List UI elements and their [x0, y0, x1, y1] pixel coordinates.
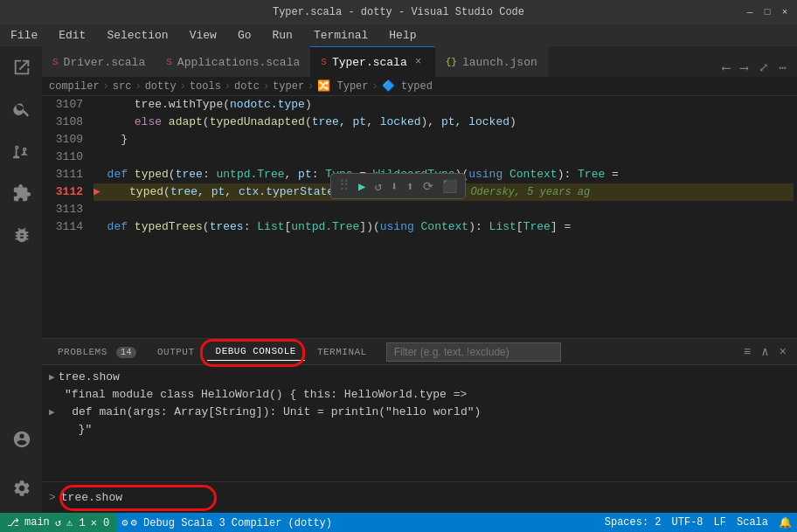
debug-continue-button[interactable]: ▶: [356, 177, 368, 196]
tab-terminal[interactable]: TERMINAL: [308, 343, 376, 361]
debug-drag-handle[interactable]: ⠿: [336, 176, 352, 197]
panel-input-area: >: [42, 481, 797, 513]
menu-view[interactable]: View: [186, 27, 220, 44]
activity-search[interactable]: [3, 92, 38, 127]
expand-icon-1[interactable]: ▶: [49, 369, 55, 386]
activity-account[interactable]: [3, 422, 38, 457]
git-branch-icon: ⎇: [7, 516, 19, 529]
language-label: Scala: [737, 516, 768, 529]
tab-action-more[interactable]: ⋯: [776, 59, 790, 77]
tab-problems[interactable]: PROBLEMS 14: [49, 343, 145, 361]
console-line-4: }": [49, 421, 790, 439]
tab-action-back[interactable]: ⟵: [719, 59, 733, 77]
tab-output[interactable]: OUTPUT: [149, 343, 204, 361]
menu-edit[interactable]: Edit: [55, 27, 89, 44]
panel-action-list[interactable]: ≡: [740, 343, 754, 361]
menu-go[interactable]: Go: [234, 27, 255, 44]
code-content[interactable]: tree.withType(nodotc.type) else adapt(ty…: [90, 96, 797, 338]
tab-label: launch.json: [462, 56, 537, 69]
menu-file[interactable]: File: [7, 27, 41, 44]
breadcrumb-dotc[interactable]: dotc: [234, 80, 260, 93]
menu-selection[interactable]: Selection: [103, 27, 171, 44]
line-ending-label: LF: [714, 516, 726, 529]
debug-stop-button[interactable]: ⬛: [440, 177, 460, 196]
breadcrumb-typed-method[interactable]: 🔷 typed: [382, 79, 433, 93]
status-notifications[interactable]: 🔔: [773, 513, 797, 532]
tab-action-split[interactable]: ⤢: [755, 59, 773, 77]
panel-action-collapse[interactable]: ∧: [758, 342, 772, 361]
scala-icon: S: [166, 57, 172, 67]
breadcrumb-typer-class[interactable]: 🔀 Typer: [317, 79, 368, 93]
activity-run-debug[interactable]: [3, 218, 38, 252]
title-bar: Typer.scala - dotty - Visual Studio Code…: [0, 0, 797, 24]
code-editor: 3107 3108 3109 3110 3111 3112 3113 3114 …: [42, 96, 797, 338]
code-line-3113: [94, 201, 794, 218]
menu-bar: File Edit Selection View Go Run Terminal…: [0, 24, 797, 46]
code-line-3114: def typedTrees(trees: List[untpd.Tree])(…: [94, 218, 794, 236]
breadcrumb-src[interactable]: src: [113, 80, 132, 93]
editor-main-wrapper: ⠿ ▶ ↺ ⬇ ⬆ ⟳ ⬛ 3107 3108 3109 3110 3111 3…: [42, 96, 797, 513]
debug-step-into-button[interactable]: ⬇: [388, 177, 400, 196]
expand-icon-3[interactable]: ▶: [49, 404, 55, 421]
tab-debug-console[interactable]: DEBUG CONSOLE: [207, 342, 305, 361]
menu-help[interactable]: Help: [385, 27, 419, 44]
activity-settings[interactable]: [3, 471, 38, 506]
git-branch-label[interactable]: main: [24, 516, 50, 529]
debug-session-label: ⚙ Debug Scala 3 Compiler (dotty): [131, 516, 332, 529]
debug-step-out-button[interactable]: ⬆: [404, 177, 416, 196]
main-container: S Driver.scala S Applications.scala S Ty…: [0, 46, 797, 513]
status-language[interactable]: Scala: [731, 513, 773, 532]
sync-icon[interactable]: ↺: [55, 516, 61, 529]
debug-restart-button[interactable]: ⟳: [420, 177, 436, 196]
window-title: Typer.scala - dotty - Visual Studio Code: [273, 6, 524, 18]
tab-launch-json[interactable]: {} launch.json: [435, 46, 548, 77]
status-spaces[interactable]: Spaces: 2: [599, 513, 667, 532]
close-button[interactable]: ×: [780, 7, 790, 17]
code-line-3107: tree.withType(nodotc.type): [94, 96, 794, 114]
minimize-button[interactable]: —: [745, 7, 755, 17]
tab-close-button[interactable]: ×: [412, 56, 425, 68]
status-bar: ⎇ main ↺ ⚠ 1 ✕ 0 ⚙ ⚙ Debug Scala 3 Compi…: [0, 513, 797, 532]
debug-console-input[interactable]: [61, 491, 790, 504]
activity-source-control[interactable]: [3, 134, 38, 169]
tab-action-forward[interactable]: ⟶: [737, 59, 751, 77]
tab-typer-scala[interactable]: S Typer.scala ×: [310, 46, 434, 77]
breadcrumb-compiler[interactable]: compiler: [49, 80, 100, 93]
error-count[interactable]: ✕ 0: [91, 516, 110, 529]
panel-content: ▶ tree.show "final module class HelloWor…: [42, 365, 797, 481]
debug-toolbar: ⠿ ▶ ↺ ⬇ ⬆ ⟳ ⬛: [330, 173, 466, 199]
tab-actions: ⟵ ⟶ ⤢ ⋯: [712, 59, 797, 77]
spaces-label: Spaces: 2: [605, 516, 662, 529]
status-line-ending[interactable]: LF: [709, 513, 731, 532]
tab-output-label: OUTPUT: [157, 347, 195, 357]
tab-label: Driver.scala: [64, 56, 146, 69]
status-debug-label[interactable]: ⚙ ⚙ Debug Scala 3 Compiler (dotty): [116, 513, 337, 532]
maximize-button[interactable]: □: [762, 7, 773, 17]
tab-debug-console-label: DEBUG CONSOLE: [216, 346, 296, 356]
panel-tabs: PROBLEMS 14 OUTPUT DEBUG CONSOLE TERMINA…: [42, 339, 797, 365]
console-text-3: def main(args: Array[String]): Unit = pr…: [59, 404, 482, 421]
panel-action-close[interactable]: ×: [776, 343, 790, 361]
activity-extensions[interactable]: [3, 176, 38, 211]
menu-terminal[interactable]: Terminal: [310, 27, 371, 44]
console-text-1: tree.show: [59, 369, 120, 386]
breadcrumb-typer-folder[interactable]: typer: [273, 80, 304, 93]
activity-explorer[interactable]: [3, 50, 38, 85]
console-text-4: }": [65, 421, 92, 439]
panel-filter-input[interactable]: [386, 342, 561, 362]
breadcrumb-dotty[interactable]: dotty: [145, 80, 177, 93]
tab-applications-scala[interactable]: S Applications.scala: [156, 46, 310, 77]
tab-problems-label: PROBLEMS: [58, 347, 107, 357]
debug-step-over-button[interactable]: ↺: [371, 177, 384, 196]
console-line-2: "final module class HelloWorld() { this:…: [49, 386, 790, 404]
panel-actions: ≡ ∧ ×: [740, 342, 790, 361]
tab-driver-scala[interactable]: S Driver.scala: [42, 46, 156, 77]
breadcrumb: compiler › src › dotty › tools › dotc › …: [42, 77, 797, 96]
console-line-1: ▶ tree.show: [49, 369, 790, 386]
status-encoding[interactable]: UTF-8: [667, 513, 709, 532]
breadcrumb-tools[interactable]: tools: [190, 80, 221, 93]
warning-count[interactable]: ⚠ 1: [66, 516, 86, 529]
menu-run[interactable]: Run: [268, 27, 295, 44]
code-line-3110: [94, 149, 794, 166]
status-left-debug: ⎇ main ↺ ⚠ 1 ✕ 0: [0, 513, 116, 532]
